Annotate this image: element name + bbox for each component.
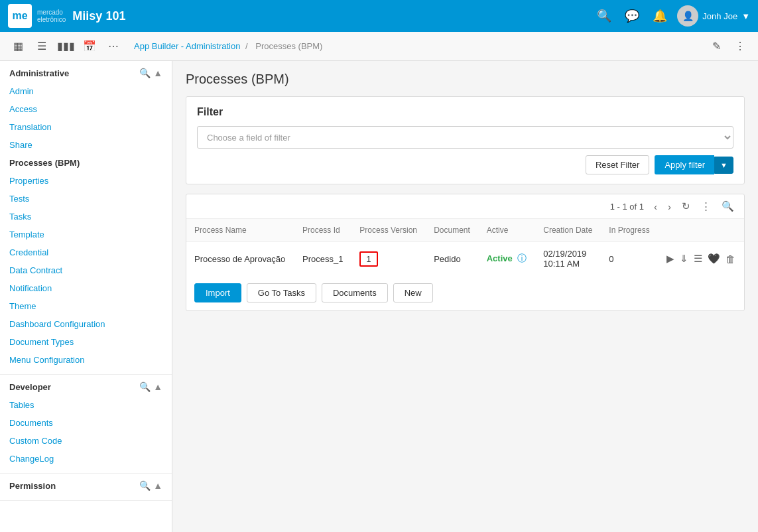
- bell-icon[interactable]: 🔔: [649, 5, 670, 27]
- processes-table: Process Name Process Id Process Version …: [186, 219, 744, 275]
- filter-box: Filter Choose a field of filter Reset Fi…: [186, 96, 745, 184]
- sidebar-item-documents[interactable]: Documents: [0, 414, 172, 432]
- administrative-header: Administrative 🔍 ▲: [0, 61, 172, 82]
- reset-filter-button[interactable]: Reset Filter: [586, 155, 649, 174]
- logo-icon: me: [8, 4, 32, 28]
- prev-page-icon[interactable]: ‹: [651, 199, 661, 214]
- sidebar-item-data-contract[interactable]: Data Contract: [0, 261, 172, 279]
- table-toolbar: 1 - 1 of 1 ‹ › ↻ ⋮ 🔍: [186, 194, 744, 219]
- new-button[interactable]: New: [393, 283, 433, 302]
- table-row: Processo de Aprovação Process_1 1 Pedido: [186, 242, 744, 276]
- col-in-progress: In Progress: [601, 219, 658, 242]
- col-process-version: Process Version: [351, 219, 426, 242]
- sidebar-item-admin[interactable]: Admin: [0, 82, 172, 100]
- play-icon[interactable]: ▶: [666, 253, 674, 265]
- user-dropdown-icon: ▼: [741, 11, 750, 21]
- cell-process-version: 1: [351, 242, 426, 276]
- user-menu[interactable]: 👤 Jonh Joe ▼: [677, 5, 750, 27]
- admin-search-icon[interactable]: 🔍: [139, 68, 151, 78]
- status-active-label: Active: [487, 253, 513, 263]
- sidebar-item-document-types[interactable]: Document Types: [0, 333, 172, 351]
- sidebar-item-menu-configuration[interactable]: Menu Configuration: [0, 351, 172, 369]
- next-page-icon[interactable]: ›: [664, 199, 674, 214]
- avatar: 👤: [677, 5, 698, 27]
- cell-in-progress: 0: [601, 242, 658, 276]
- perm-search-icon[interactable]: 🔍: [139, 480, 151, 491]
- col-process-name: Process Name: [186, 219, 294, 242]
- filter-title: Filter: [197, 106, 733, 118]
- sidebar-item-translation[interactable]: Translation: [0, 118, 172, 136]
- developer-header: Developer 🔍 ▲: [0, 375, 172, 396]
- column-view-icon[interactable]: ▮▮▮: [56, 36, 76, 56]
- dev-collapse-icon[interactable]: ▲: [153, 381, 162, 392]
- perm-collapse-icon[interactable]: ▲: [153, 480, 162, 491]
- apply-filter-button[interactable]: Apply filter: [655, 155, 714, 174]
- sidebar-item-tables[interactable]: Tables: [0, 396, 172, 414]
- documents-button[interactable]: Documents: [322, 283, 388, 302]
- download-icon[interactable]: ⇓: [680, 253, 688, 265]
- grid-view-icon[interactable]: ▦: [8, 36, 28, 56]
- main-layout: Administrative 🔍 ▲ Admin Access Translat…: [0, 61, 758, 532]
- user-name: Jonh Joe: [702, 11, 737, 21]
- cell-active: Active ⓘ: [479, 242, 536, 276]
- sidebar-item-tasks[interactable]: Tasks: [0, 208, 172, 226]
- col-active: Active: [479, 219, 536, 242]
- import-button[interactable]: Import: [194, 283, 241, 302]
- sidebar-item-share[interactable]: Share: [0, 136, 172, 154]
- list-view-icon[interactable]: ☰: [32, 36, 52, 56]
- sidebar-item-dashboard-configuration[interactable]: Dashboard Configuration: [0, 315, 172, 333]
- sidebar-section-developer: Developer 🔍 ▲ Tables Documents Custom Co…: [0, 375, 172, 474]
- sidebar-item-notification[interactable]: Notification: [0, 279, 172, 297]
- edit-row-icon[interactable]: ☰: [694, 253, 702, 265]
- breadcrumb-parent[interactable]: App Builder - Administration: [134, 41, 240, 51]
- dev-search-icon[interactable]: 🔍: [139, 381, 151, 392]
- top-navigation: me mercadoeletrônico Miisy 101 🔍 💬 🔔 👤 J…: [0, 0, 758, 32]
- cell-document: Pedido: [426, 242, 479, 276]
- more-icon[interactable]: ⋯: [103, 36, 123, 56]
- refresh-icon[interactable]: ↻: [678, 198, 694, 214]
- breadcrumb-current: Processes (BPM): [255, 41, 322, 51]
- main-content: Processes (BPM) Filter Choose a field of…: [172, 61, 758, 532]
- cell-row-actions: ▶ ⇓ ☰ 🖤 🗑: [659, 242, 744, 276]
- info-icon[interactable]: ⓘ: [517, 253, 527, 263]
- page-title: Processes (BPM): [186, 72, 745, 87]
- sidebar-item-changelog[interactable]: ChangeLog: [0, 450, 172, 468]
- delete-icon[interactable]: 🗑: [726, 253, 735, 265]
- developer-title: Developer: [9, 382, 51, 392]
- sidebar-section-permission: Permission 🔍 ▲: [0, 474, 172, 501]
- apply-filter-dropdown-button[interactable]: ▼: [714, 157, 733, 174]
- permission-header: Permission 🔍 ▲: [0, 474, 172, 495]
- filter-select[interactable]: Choose a field of filter: [197, 126, 733, 149]
- chat-icon[interactable]: 💬: [621, 5, 643, 27]
- table-search-icon[interactable]: 🔍: [718, 198, 737, 214]
- edit-icon[interactable]: ✎: [706, 36, 726, 56]
- pagination-info: 1 - 1 of 1: [610, 202, 644, 212]
- sidebar-item-processes-bpm[interactable]: Processes (BPM): [0, 154, 172, 172]
- toolbar-more-icon[interactable]: ⋮: [730, 36, 750, 56]
- sidebar-item-custom-code[interactable]: Custom Code: [0, 432, 172, 450]
- administrative-title: Administrative: [9, 68, 69, 78]
- toolbar: ▦ ☰ ▮▮▮ 📅 ⋯ App Builder - Administration…: [0, 32, 758, 61]
- sidebar-section-administrative: Administrative 🔍 ▲ Admin Access Translat…: [0, 61, 172, 375]
- search-icon[interactable]: 🔍: [594, 5, 615, 27]
- sidebar-item-credential[interactable]: Credential: [0, 243, 172, 261]
- table-header-row: Process Name Process Id Process Version …: [186, 219, 744, 242]
- app-name: Miisy 101: [72, 9, 125, 23]
- table-more-icon[interactable]: ⋮: [698, 198, 714, 214]
- brand-name: mercadoeletrônico: [37, 9, 66, 23]
- sidebar-item-access[interactable]: Access: [0, 100, 172, 118]
- logo-area[interactable]: me mercadoeletrônico: [8, 4, 66, 28]
- admin-collapse-icon[interactable]: ▲: [153, 68, 162, 78]
- go-to-tasks-button[interactable]: Go To Tasks: [247, 283, 316, 302]
- sidebar-item-properties[interactable]: Properties: [0, 172, 172, 190]
- calendar-icon[interactable]: 📅: [80, 36, 99, 56]
- sidebar-item-theme[interactable]: Theme: [0, 297, 172, 315]
- permission-title: Permission: [9, 481, 56, 491]
- view-icon[interactable]: 🖤: [708, 253, 720, 265]
- table-area: 1 - 1 of 1 ‹ › ↻ ⋮ 🔍 Process Name Proces…: [186, 194, 745, 311]
- sidebar-item-template[interactable]: Template: [0, 226, 172, 243]
- col-process-id: Process Id: [294, 219, 351, 242]
- sidebar-item-tests[interactable]: Tests: [0, 190, 172, 208]
- col-document: Document: [426, 219, 479, 242]
- breadcrumb: App Builder - Administration / Processes…: [134, 41, 325, 51]
